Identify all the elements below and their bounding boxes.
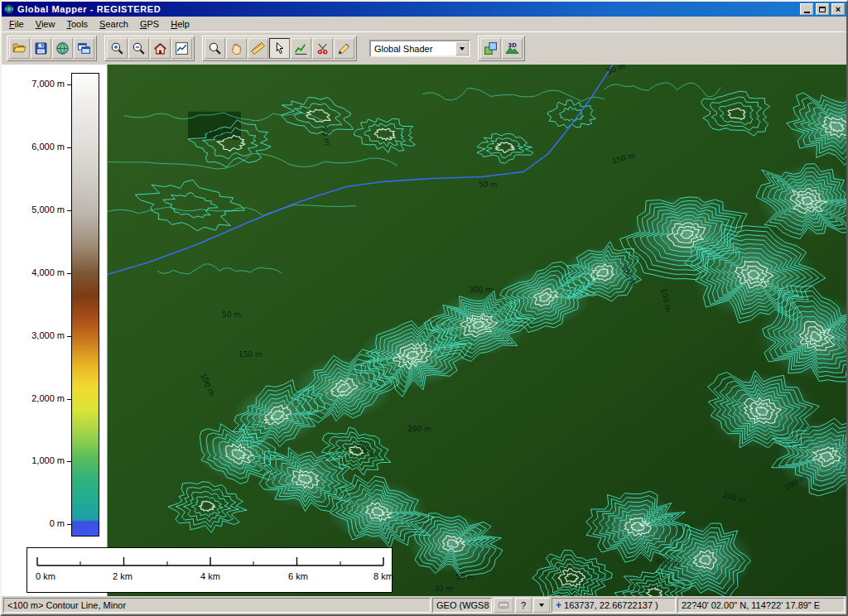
keyboard-button[interactable] [494,598,513,613]
zoom-tool-magnifier-icon [208,41,222,55]
zoom-tool-group [104,36,195,61]
open-file-button[interactable] [9,38,30,59]
terrain-map[interactable]: 30 m100 m50 m50 m150 m50 m150 m100 m300 … [108,65,846,596]
contour-label: 30 m [434,585,453,593]
3d-view-button[interactable]: 3D [502,38,523,59]
full-view-house-icon [153,41,167,55]
maximize-button[interactable] [816,3,829,15]
menu-help[interactable]: Help [165,17,195,31]
status-bar: <100 m> Contour Line, Minor GEO (WGS8 ? … [2,596,846,614]
3d-view-icon: 3D [505,41,519,55]
legend-tick-label: 4,000 m [3,267,65,278]
status-projection: GEO (WGS8 [432,598,492,613]
pan-tool-button[interactable] [226,38,247,59]
scale-label: 6 km [280,571,316,581]
contour-label: 200 m [407,425,431,433]
shader-select-value: Global Shader [371,44,455,54]
zoom-in-button[interactable] [107,38,128,59]
chevron-down-icon [460,47,465,51]
app-globe-icon [3,3,15,15]
crosshair-icon: + [556,599,561,611]
toolbar: Global Shader 3D [2,31,846,65]
zoom-tool-button[interactable] [205,38,225,59]
digitizer-pen-icon [337,41,351,55]
keyboard-icon [497,600,510,610]
menu-tools[interactable]: Tools [60,17,94,31]
legend-tick-label: 6,000 m [3,142,65,152]
legend-tick-label: 1,000 m [3,455,65,466]
shader-select-arrow-button[interactable] [455,41,469,55]
overlay-control-center-button[interactable] [480,38,501,59]
load-remote-data-button[interactable] [52,38,73,59]
status-coordinates-value: 163737, 22.66722137 ) [564,600,658,610]
close-button[interactable]: × [831,3,845,15]
status-position: 22?40' 02.00" N, 114?22' 17.89" E [677,598,845,613]
open-file-icon [12,41,26,55]
contour-label: 150 m [238,350,263,359]
scale-bar-ticks [27,553,393,568]
contour-label: 50 m [222,310,241,319]
minimize-icon [804,12,810,13]
zoom-to-scale-button[interactable] [171,38,192,59]
open-datasets-icon [77,41,91,55]
scale-bar: 0 km 2 km 4 km 6 km 8 km [26,547,393,593]
digitizer-tool-button[interactable] [334,38,354,59]
menu-gps[interactable]: GPS [134,17,165,31]
chevron-down-icon [539,604,544,607]
title-bar[interactable]: Global Mapper - REGISTERED × [2,2,846,17]
zoom-in-icon [110,41,124,55]
cut-scissors-icon [316,41,330,55]
save-workspace-button[interactable] [31,38,51,59]
save-workspace-icon [34,41,48,55]
cut-tool-button[interactable] [312,38,333,59]
open-datasets-button[interactable] [74,38,94,59]
scale-label: 0 km [27,571,64,581]
contour-label: 50 m [479,180,498,189]
legend-tick-label: 7,000 m [3,79,65,89]
legend-tick-label: 3,000 m [3,330,65,341]
legend-tick-label: 0 m [3,518,65,529]
overlay-control-layers-icon [484,41,498,55]
contour-label: 300 m [469,286,493,294]
maximize-icon [819,7,826,12]
close-icon: × [836,5,841,13]
zoom-out-icon [132,41,146,55]
measure-tool-button[interactable] [248,38,268,59]
shader-select[interactable]: Global Shader [369,40,470,57]
menu-bar: File View Tools Search GPS Help [2,17,846,31]
map-area[interactable]: 30 m100 m50 m50 m150 m50 m150 m100 m300 … [2,65,846,596]
window-title: Global Mapper - REGISTERED [17,4,797,14]
status-coordinates: + 163737, 22.66722137 ) [552,598,676,613]
coordinate-format-button[interactable] [533,598,550,613]
scale-label: 2 km [104,571,141,581]
legend-tick-label: 5,000 m [3,205,65,215]
menu-file[interactable]: File [3,17,30,31]
minimize-button[interactable] [800,3,813,15]
pan-hand-icon [229,41,243,55]
menu-search[interactable]: Search [94,17,134,31]
file-tool-group [7,36,97,61]
elevation-legend: 7,000 m6,000 m5,000 m4,000 m3,000 m2,000… [2,65,108,596]
menu-view[interactable]: View [30,17,61,31]
edit-tool-group [202,36,357,61]
select-tool-button[interactable] [269,38,290,59]
zoom-out-button[interactable] [128,38,149,59]
path-profile-icon [294,41,308,55]
measure-ruler-icon [251,41,265,55]
path-profile-button[interactable] [291,38,311,59]
elevation-gradient-bar [71,73,99,537]
global-mapper-window: Global Mapper - REGISTERED × File View T… [0,0,848,616]
select-arrow-icon [272,41,287,55]
full-view-button[interactable] [150,38,171,59]
legend-tick-label: 2,000 m [3,393,65,404]
scale-label: 8 km [365,571,402,581]
globe-icon [55,41,70,55]
view-tool-group: 3D [478,36,525,61]
help-button[interactable]: ? [515,598,532,613]
scale-label: 4 km [192,571,229,581]
zoom-to-scale-chart-icon [175,41,189,55]
contour-label: 50 m [455,573,475,581]
status-selection: <100 m> Contour Line, Minor [3,598,431,613]
svg-text:3D: 3D [508,42,517,49]
